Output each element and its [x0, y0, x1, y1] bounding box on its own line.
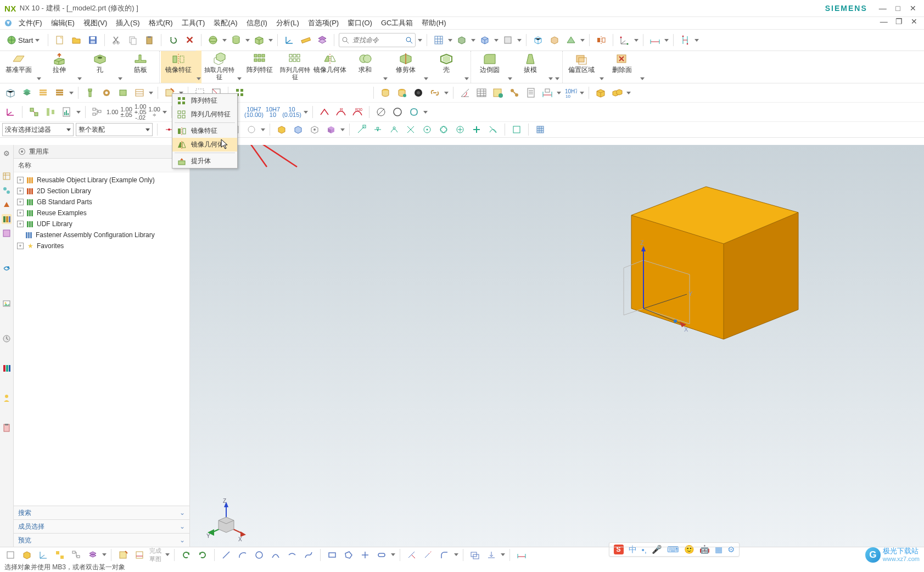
- box-tool-icon[interactable]: [3, 86, 18, 100]
- ribbon-draft[interactable]: 拔模: [513, 51, 548, 83]
- st-arc-icon[interactable]: [236, 548, 250, 562]
- block-icon[interactable]: [116, 86, 130, 100]
- snap-ctr-icon[interactable]: [420, 122, 434, 137]
- st-offset-icon[interactable]: [468, 548, 482, 562]
- tree-item[interactable]: Fastener Assembly Configuration Library: [17, 229, 186, 240]
- st-arc2-icon[interactable]: [268, 548, 283, 562]
- grid-icon[interactable]: [432, 33, 446, 47]
- st-extend-icon[interactable]: [421, 548, 435, 562]
- panel-section-preview[interactable]: 预览⌄: [14, 533, 189, 547]
- wireframe-icon[interactable]: [531, 33, 545, 47]
- panel-column-header[interactable]: 名称: [14, 159, 189, 172]
- plane-icon[interactable]: [501, 33, 515, 47]
- studio-icon[interactable]: [564, 33, 578, 47]
- doc-close-icon[interactable]: ✕: [909, 17, 920, 26]
- dd-pattern-feature[interactable]: 阵列特征: [172, 94, 237, 108]
- layers-tool-icon[interactable]: [20, 86, 34, 100]
- graphics-viewport[interactable]: Z Y X Z X Y: [190, 145, 924, 547]
- snap-plus-icon[interactable]: [469, 122, 484, 137]
- snap-ctrl-icon[interactable]: [387, 122, 401, 137]
- menu-help[interactable]: 帮助(H): [417, 17, 450, 29]
- spool-icon[interactable]: [411, 86, 425, 100]
- sphere-icon[interactable]: [206, 33, 220, 47]
- table-icon[interactable]: [474, 86, 489, 100]
- stack2-tool-icon[interactable]: [53, 86, 67, 100]
- measure-icon[interactable]: [299, 33, 313, 47]
- doc-icon[interactable]: [524, 86, 538, 100]
- dd-pattern-geom[interactable]: 阵列几何特征: [172, 108, 237, 121]
- dim-vert-icon[interactable]: [678, 33, 692, 47]
- close-icon[interactable]: ✕: [908, 4, 919, 13]
- tree-item[interactable]: +Reuse Examples: [17, 208, 186, 218]
- search-go-icon[interactable]: [405, 36, 413, 44]
- menu-tools[interactable]: 工具(T): [177, 17, 210, 29]
- sheet-icon[interactable]: [132, 86, 147, 100]
- weld2-icon[interactable]: R: [334, 105, 348, 119]
- palette-tab-icon[interactable]: [2, 363, 12, 373]
- note-icon[interactable]: [491, 86, 505, 100]
- paste-icon[interactable]: [142, 33, 156, 47]
- st-undo2-icon[interactable]: [179, 548, 193, 562]
- st-poly-icon[interactable]: [341, 548, 356, 562]
- snap-curve-icon[interactable]: [486, 122, 500, 137]
- maximize-icon[interactable]: □: [892, 4, 903, 13]
- ribbon-extract-geom[interactable]: 抽取几何特征: [201, 51, 237, 83]
- chevron-down-icon[interactable]: [245, 39, 250, 42]
- weld1-icon[interactable]: [317, 105, 332, 119]
- st-spline-icon[interactable]: [301, 548, 316, 562]
- box2-icon[interactable]: [478, 33, 492, 47]
- delete-icon[interactable]: ✕: [182, 33, 197, 47]
- st-fillet-icon[interactable]: [438, 548, 452, 562]
- st-boxes-icon[interactable]: [53, 548, 67, 562]
- snap-end-icon[interactable]: [354, 122, 368, 137]
- chevron-down-icon[interactable]: [268, 39, 273, 42]
- snap-exist-icon[interactable]: [453, 122, 467, 137]
- new-icon[interactable]: [53, 33, 67, 47]
- command-finder[interactable]: [339, 33, 416, 47]
- feat-sel-icon[interactable]: [307, 122, 322, 137]
- menu-edit[interactable]: 编辑(E): [47, 17, 79, 29]
- st-line-icon[interactable]: [219, 548, 233, 562]
- st-sketch-icon[interactable]: [116, 548, 130, 562]
- ribbon-pattern-geom[interactable]: 阵列几何特征: [277, 51, 312, 83]
- panel-section-search[interactable]: 搜索⌄: [14, 506, 189, 519]
- mirror-small-icon[interactable]: [594, 33, 608, 47]
- chevron-down-icon[interactable]: [418, 39, 422, 42]
- clipboard-tab-icon[interactable]: [2, 423, 12, 433]
- dim2-icon[interactable]: [540, 86, 555, 100]
- gear-icon[interactable]: [99, 86, 114, 100]
- axis-small-icon[interactable]: [618, 33, 632, 47]
- ribbon-shell[interactable]: 壳: [429, 51, 464, 83]
- wcs-icon[interactable]: [282, 33, 296, 47]
- menu-window[interactable]: 窗口(O): [343, 17, 377, 29]
- menu-format[interactable]: 格式(R): [144, 17, 177, 29]
- st-box-icon[interactable]: [3, 548, 18, 562]
- box-yellow-icon[interactable]: [593, 86, 608, 100]
- command-finder-input[interactable]: [351, 36, 403, 44]
- tree-item[interactable]: +Reusable Object Library (Example Only): [17, 175, 186, 186]
- st-slot-icon[interactable]: [374, 548, 389, 562]
- doc-minimize-icon[interactable]: —: [878, 17, 889, 26]
- selection-scope-dropdown[interactable]: 整个装配: [76, 123, 153, 136]
- web-tab-icon[interactable]: [2, 263, 12, 273]
- ribbon-trim-body[interactable]: 修剪体: [388, 51, 423, 83]
- ribbon-mirror-feature[interactable]: 镜像特征: [161, 51, 196, 83]
- ribbon-hole[interactable]: 孔: [82, 51, 117, 83]
- report-icon[interactable]: [60, 105, 74, 119]
- st-project-icon[interactable]: [484, 548, 499, 562]
- dim-horiz-icon[interactable]: [648, 33, 662, 47]
- constraint-tab-icon[interactable]: [2, 200, 12, 210]
- gear-tab-icon[interactable]: ⚙: [2, 148, 12, 158]
- axis-tool-icon[interactable]: [3, 105, 18, 119]
- align-icon[interactable]: [43, 105, 58, 119]
- roll2-icon[interactable]: [395, 86, 409, 100]
- st-dim-icon[interactable]: [514, 548, 529, 562]
- cut-icon[interactable]: [109, 33, 124, 47]
- link-icon[interactable]: [428, 86, 442, 100]
- save-icon[interactable]: [86, 33, 100, 47]
- ribbon-offset-region[interactable]: 偏置区域: [564, 51, 599, 83]
- ribbon-rib[interactable]: 筋板: [123, 51, 158, 83]
- st-axis-icon[interactable]: [36, 548, 51, 562]
- menu-assembly[interactable]: 装配(A): [209, 17, 242, 29]
- roles-tab-icon[interactable]: [2, 393, 12, 403]
